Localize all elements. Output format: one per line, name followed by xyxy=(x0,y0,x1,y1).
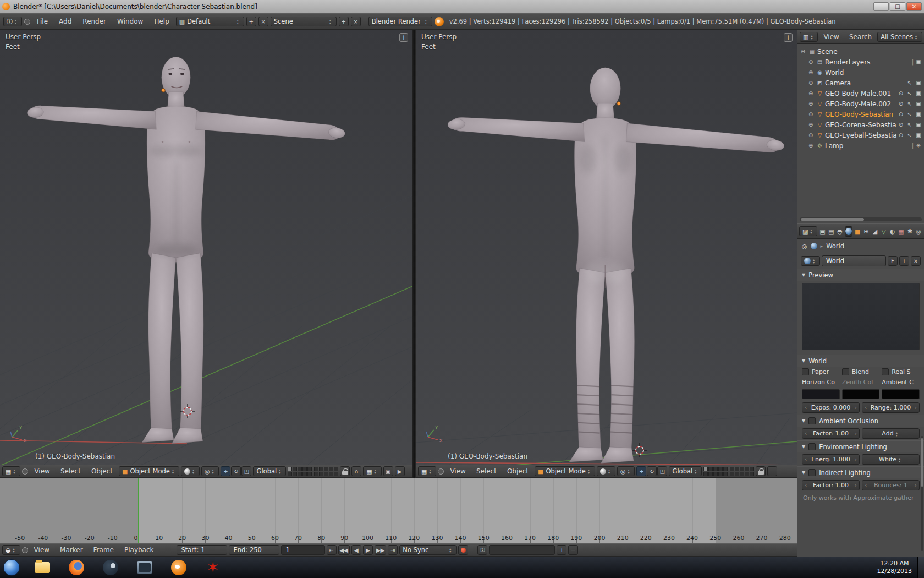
object-menu[interactable]: Object xyxy=(503,467,533,475)
layer-toggle[interactable] xyxy=(750,467,754,471)
expand-icon[interactable]: ⊕ xyxy=(809,80,815,86)
keying-set-field[interactable] xyxy=(489,545,555,555)
expand-icon[interactable]: ⊕ xyxy=(809,132,815,138)
viewport-canvas-back[interactable] xyxy=(416,30,797,465)
viewport-3d-front[interactable]: x y xyxy=(0,30,413,478)
render-opengl-anim-button[interactable]: ▶ xyxy=(395,466,405,476)
layer-toggle[interactable] xyxy=(708,467,713,471)
layers-widget[interactable] xyxy=(703,467,754,476)
outliner-item-scene[interactable]: ⊖ ▦ Scene xyxy=(798,46,924,57)
add-layout-button[interactable]: + xyxy=(246,17,256,26)
tab-constraints[interactable]: ⊞ xyxy=(862,226,870,237)
character-model-front[interactable] xyxy=(27,57,345,443)
lamp-data-icon[interactable]: ✳ xyxy=(915,143,922,149)
editor-type-button[interactable]: ▦ xyxy=(2,466,20,476)
layer-toggle[interactable] xyxy=(314,467,318,471)
layer-toggle[interactable] xyxy=(302,467,307,471)
indirect-lighting-panel-header[interactable]: ▼ Indirect Lighting xyxy=(798,466,924,478)
orientation-dropdown[interactable]: Global xyxy=(253,466,286,476)
expand-icon[interactable]: ⊕ xyxy=(809,69,815,75)
search-menu[interactable]: Search xyxy=(845,33,876,41)
unlink-world-button[interactable]: × xyxy=(911,256,921,266)
layer-toggle[interactable] xyxy=(740,467,744,471)
select-menu[interactable]: Select xyxy=(472,467,501,475)
taskbar-steam-button[interactable] xyxy=(101,558,120,577)
layer-toggle[interactable] xyxy=(740,472,744,476)
scale-manipulator[interactable]: ◰ xyxy=(657,466,667,476)
layer-toggle[interactable] xyxy=(324,467,328,471)
layer-toggle[interactable] xyxy=(723,467,728,471)
mode-dropdown[interactable]: ■Object Mode xyxy=(535,466,595,476)
outliner-item-renderlayers[interactable]: ⊕ ▤ RenderLayers | ▣ xyxy=(798,57,924,67)
object-menu[interactable]: Object xyxy=(87,467,117,475)
renderability-icon[interactable]: ▣ xyxy=(915,111,922,117)
ao-blend-dropdown[interactable]: Add xyxy=(862,428,920,439)
outliner-item-label[interactable]: GEO-Body-Male.002 xyxy=(825,100,896,108)
ao-factor-slider[interactable]: Factor: 1.00 xyxy=(802,428,860,439)
tab-scene[interactable]: ◓ xyxy=(836,226,844,237)
layer-toggle[interactable] xyxy=(298,472,302,476)
play-button[interactable]: ▶ xyxy=(363,545,373,555)
marker-menu[interactable]: Marker xyxy=(56,546,87,554)
show-desktop-button[interactable] xyxy=(917,557,924,578)
browse-world-dropdown[interactable] xyxy=(801,256,820,266)
environment-lighting-panel-header[interactable]: ▼ Environment Lighting xyxy=(798,440,924,452)
previous-keyframe-button[interactable]: ◀◀ xyxy=(338,545,350,555)
layers-widget[interactable] xyxy=(288,467,338,476)
outliner-item-mesh-selected[interactable]: ⊕ ▽ GEO-Body-Sebastian ⊙ ↖ ▣ xyxy=(798,109,924,119)
editor-type-button[interactable]: ▨ xyxy=(799,226,817,236)
visibility-eye-icon[interactable]: ⊙ xyxy=(898,111,904,117)
layer-toggle[interactable] xyxy=(750,472,754,476)
sync-dropdown[interactable]: No Sync xyxy=(399,545,457,555)
end-frame-field[interactable]: End: 250 xyxy=(229,545,279,555)
renderability-icon[interactable]: ▣ xyxy=(915,122,922,128)
taskbar-firefox-button[interactable] xyxy=(67,558,86,577)
outliner-item-mesh[interactable]: ⊕ ▽ GEO-Corena-Sebastian ⊙ ↖ ▣ xyxy=(798,119,924,130)
pivot-dropdown[interactable]: ◎ xyxy=(201,466,219,476)
tab-object-data[interactable]: ▽ xyxy=(880,226,888,237)
start-frame-field[interactable]: Start: 1 xyxy=(177,545,227,555)
region-expand-button[interactable]: + xyxy=(399,33,408,42)
lock-icon[interactable] xyxy=(756,466,766,476)
layer-toggle[interactable] xyxy=(314,472,318,476)
help-menu[interactable]: Help xyxy=(150,18,173,25)
indirect-factor-slider[interactable]: Factor: 1.00 xyxy=(802,480,860,490)
view-menu[interactable]: View xyxy=(446,467,470,475)
outliner-item-label[interactable]: Lamp xyxy=(825,142,910,150)
layer-toggle[interactable] xyxy=(723,472,728,476)
taskbar-app-button[interactable]: ✶ xyxy=(204,558,222,577)
region-expand-button[interactable]: + xyxy=(784,33,793,42)
taskbar-clock[interactable]: 12:20 AM 12/28/2013 xyxy=(872,560,917,575)
selectability-icon[interactable]: ↖ xyxy=(906,111,913,117)
layer-toggle[interactable] xyxy=(307,472,312,476)
tab-object[interactable]: ■ xyxy=(854,226,861,237)
outliner-item-camera[interactable]: ⊕ ◩ Camera ↖ ▣ xyxy=(798,78,924,88)
layer-toggle[interactable] xyxy=(713,467,718,471)
environment-lighting-checkbox[interactable] xyxy=(809,443,816,450)
tab-physics[interactable]: ◎ xyxy=(915,226,922,237)
layer-toggle[interactable] xyxy=(329,472,333,476)
layer-toggle[interactable] xyxy=(713,472,718,476)
delete-scene-button[interactable]: × xyxy=(351,17,361,26)
add-menu[interactable]: Add xyxy=(54,18,76,25)
layer-toggle[interactable] xyxy=(708,472,713,476)
layer-toggle[interactable] xyxy=(334,472,338,476)
visibility-eye-icon[interactable]: ⊙ xyxy=(898,122,904,128)
expand-icon[interactable]: ⊕ xyxy=(809,122,815,128)
pivot-dropdown[interactable]: ◎ xyxy=(617,466,635,476)
delete-layout-button[interactable]: × xyxy=(258,17,268,26)
preview-panel-header[interactable]: ▼ Preview xyxy=(798,269,924,281)
panel-expand-icon[interactable]: ▼ xyxy=(802,358,805,363)
renderability-icon[interactable]: ▣ xyxy=(915,59,922,65)
layer-toggle[interactable] xyxy=(329,467,333,471)
tab-render[interactable]: ▣ xyxy=(818,226,826,237)
outliner-item-mesh[interactable]: ⊕ ▽ GEO-Body-Male.002 ⊙ ↖ ▣ xyxy=(798,99,924,109)
tab-particles[interactable]: ✱ xyxy=(906,226,914,237)
layer-toggle[interactable] xyxy=(288,467,292,471)
indirect-lighting-checkbox[interactable] xyxy=(809,469,816,476)
outliner-item-mesh[interactable]: ⊕ ▽ GEO-Eyeball-Sebastian ⊙ ↖ ▣ xyxy=(798,130,924,140)
start-button[interactable] xyxy=(3,559,20,576)
renderability-icon[interactable]: ▣ xyxy=(915,80,922,86)
current-frame-line[interactable] xyxy=(138,478,139,543)
selectability-icon[interactable]: ↖ xyxy=(906,90,913,96)
